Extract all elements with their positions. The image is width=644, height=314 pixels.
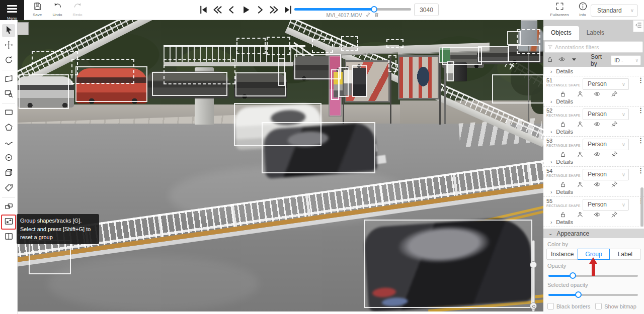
object-label-selector[interactable]: Person∨	[583, 169, 629, 180]
annotation-box-solid[interactable]	[352, 65, 367, 97]
tool-group[interactable]	[2, 216, 15, 229]
objects-list-scrollbar[interactable]	[640, 187, 643, 227]
annotation-box-solid[interactable]	[19, 74, 69, 109]
pin-icon[interactable]	[611, 151, 618, 160]
vertical-slider-reset[interactable]	[530, 302, 537, 309]
object-label-selector[interactable]: Person∨	[583, 199, 629, 211]
annotation-box-solid[interactable]	[29, 240, 71, 274]
menu-button[interactable]: Menu	[0, 0, 24, 20]
next-frame-button[interactable]	[254, 3, 266, 17]
eye-icon[interactable]	[594, 151, 601, 160]
annotation-box-solid[interactable]	[478, 46, 509, 62]
save-button[interactable]: Save	[27, 2, 47, 20]
person-icon[interactable]	[577, 121, 584, 130]
annotation-box-solid[interactable]	[364, 220, 532, 308]
info-button[interactable]: Info	[573, 2, 593, 20]
object-row-partial[interactable]: › Details	[543, 67, 644, 76]
eye-icon[interactable]	[594, 211, 601, 220]
link-icon[interactable]	[365, 12, 371, 19]
object-actions-menu[interactable]: ⋮	[637, 108, 642, 113]
annotations-filter-input[interactable]	[555, 44, 640, 50]
annotation-box-dashed[interactable]	[312, 39, 333, 53]
tool-cursor[interactable]	[2, 24, 15, 37]
annotation-box-dashed[interactable]	[267, 37, 290, 55]
tool-fit-image[interactable]	[2, 73, 15, 86]
opacity-slider-thumb[interactable]	[570, 272, 576, 279]
eye-icon[interactable]	[594, 90, 601, 99]
object-details-toggle[interactable]: ›Details	[550, 98, 573, 104]
workspace-selector[interactable]: Standard ∨	[591, 5, 638, 17]
color-by-label-button[interactable]: Label	[609, 249, 641, 260]
annotation-canvas[interactable]	[18, 20, 543, 311]
annotation-box-dashed[interactable]	[388, 55, 396, 72]
color-by-instance-button[interactable]: Instance	[546, 249, 578, 260]
sidebar-collapse-button[interactable]	[633, 20, 644, 32]
eye-icon[interactable]	[558, 56, 566, 65]
selected-opacity-slider[interactable]	[548, 292, 639, 298]
tool-split[interactable]	[2, 231, 15, 244]
trash-icon[interactable]	[374, 12, 379, 19]
tool-polygon[interactable]	[2, 122, 15, 135]
object-details-toggle[interactable]: ›Details	[550, 219, 573, 225]
appearance-header[interactable]: ⌄ Appearance	[543, 229, 644, 238]
tool-move[interactable]	[2, 39, 15, 52]
pin-icon[interactable]	[611, 211, 618, 220]
annotation-box-dashed[interactable]	[164, 59, 235, 84]
tool-cuboid[interactable]	[2, 167, 15, 180]
person-icon[interactable]	[577, 151, 584, 160]
tab-labels[interactable]: Labels	[579, 26, 612, 40]
show-bitmap-checkbox[interactable]: Show bitmap	[595, 303, 636, 309]
tool-polyline[interactable]	[2, 137, 15, 150]
annotation-box-dashed[interactable]	[71, 59, 134, 84]
annotation-box-dashed[interactable]	[341, 36, 358, 51]
tool-rotate[interactable]	[2, 54, 15, 67]
object-row[interactable]: 51RECTANGLE SHAPEPerson∨⋮›Details	[543, 76, 644, 107]
previous-frame-button[interactable]	[225, 3, 237, 17]
object-row[interactable]: 55RECTANGLE SHAPEPerson∨⋮›Details	[543, 197, 644, 227]
object-actions-menu[interactable]: ⋮	[637, 138, 642, 143]
object-label-selector[interactable]: Person∨	[583, 109, 629, 120]
eye-icon[interactable]	[594, 181, 601, 190]
pin-icon[interactable]	[611, 121, 618, 130]
backward-button[interactable]	[211, 3, 223, 17]
annotation-box-solid[interactable]	[331, 69, 339, 100]
annotation-box-solid[interactable]	[339, 67, 349, 97]
annotation-box-dashed[interactable]	[386, 39, 404, 48]
canvas-vertical-slider[interactable]	[530, 240, 536, 311]
person-icon[interactable]	[577, 90, 584, 99]
sort-order-selector[interactable]: ID - ascent ∨	[611, 55, 641, 65]
pin-icon[interactable]	[611, 181, 618, 190]
tool-merge[interactable]	[2, 200, 15, 214]
annotation-box-dashed[interactable]	[236, 38, 266, 54]
object-row[interactable]: 53RECTANGLE SHAPEPerson∨⋮›Details	[543, 137, 644, 167]
tool-point[interactable]	[2, 152, 15, 165]
last-frame-button[interactable]	[282, 3, 294, 17]
object-row[interactable]: 52RECTANGLE SHAPEPerson∨⋮›Details	[543, 107, 644, 137]
play-button[interactable]	[239, 3, 252, 17]
annotation-box-dashed[interactable]	[517, 29, 540, 54]
forward-button[interactable]	[268, 3, 280, 17]
tool-rectangle[interactable]	[2, 107, 15, 120]
object-label-selector[interactable]: Person∨	[583, 139, 629, 150]
black-borders-checkbox[interactable]: Black borders	[547, 303, 590, 309]
object-details-toggle[interactable]: ›Details	[550, 189, 573, 195]
vertical-slider-track[interactable]	[532, 240, 535, 311]
selected-opacity-slider-thumb[interactable]	[575, 291, 582, 298]
first-frame-button[interactable]	[197, 3, 209, 17]
object-actions-menu[interactable]: ⋮	[637, 78, 642, 82]
vertical-slider-thumb[interactable]	[530, 261, 537, 268]
person-icon[interactable]	[577, 211, 584, 220]
annotation-box-solid[interactable]	[442, 47, 482, 65]
object-actions-menu[interactable]: ⋮	[637, 168, 642, 173]
object-details-toggle[interactable]: ›Details	[550, 129, 573, 135]
tool-tag[interactable]	[2, 182, 15, 195]
object-label-selector[interactable]: Person∨	[583, 78, 629, 90]
caret-down-icon[interactable]	[571, 56, 578, 65]
person-icon[interactable]	[577, 181, 584, 190]
lock-open-icon[interactable]	[546, 56, 553, 65]
eye-icon[interactable]	[594, 121, 601, 130]
annotation-box-solid[interactable]	[278, 58, 285, 86]
object-row[interactable]: 54RECTANGLE SHAPEPerson∨⋮›Details	[543, 167, 644, 197]
annotation-box-solid[interactable]	[492, 74, 543, 103]
tool-select-region[interactable]	[2, 88, 15, 101]
